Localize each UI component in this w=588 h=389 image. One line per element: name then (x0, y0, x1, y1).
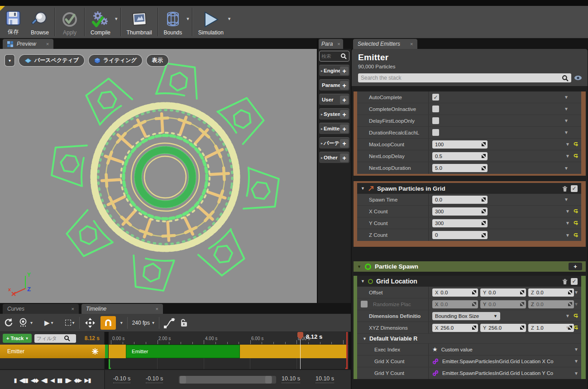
tab-timeline[interactable]: Timeline × (81, 304, 163, 314)
close-icon[interactable]: × (72, 306, 74, 312)
stack-search-box[interactable] (358, 73, 571, 82)
chevron-down-icon[interactable]: ▼ (564, 95, 569, 100)
track-filter-input[interactable] (37, 336, 64, 341)
playback-options-button[interactable]: ▶▾ (44, 319, 53, 327)
collapse-icon[interactable]: ▼ (361, 279, 365, 283)
default-variable-subheader[interactable]: ▼ Default Variable R (357, 334, 581, 344)
add-track-button[interactable]: + Track▾ (3, 334, 32, 343)
simulation-button[interactable]: Simulation (194, 6, 228, 38)
spawn-grid-header[interactable]: ▼ Spawn Particles in Grid (357, 183, 581, 194)
fps-dropdown[interactable]: 240 fps▾ (132, 320, 154, 326)
chevron-down-icon[interactable]: ▼ (564, 130, 569, 135)
eye-icon[interactable] (574, 75, 582, 81)
param-category-other[interactable]: ▸Other+ (319, 152, 349, 163)
revert-icon[interactable] (574, 313, 578, 318)
chevron-down-icon[interactable]: ▼ (564, 106, 569, 111)
step-back-frame-button[interactable]: ◀▮▮ (19, 377, 28, 384)
drag-handle-icon[interactable] (568, 290, 572, 294)
revert-icon[interactable] (574, 325, 578, 330)
browse-button[interactable]: Browse (26, 6, 53, 38)
view-start-value[interactable]: -0.10 s (113, 375, 130, 383)
close-icon[interactable]: × (46, 41, 49, 47)
nextloopdelay-field[interactable]: 0.5 (432, 152, 488, 160)
ycount-field[interactable]: 300 (432, 219, 488, 227)
grid-y-count-link[interactable]: Emitter.SpawnParticlesInGrid.Grid Locati… (442, 370, 553, 376)
chevron-down-icon[interactable]: ▼ (565, 221, 570, 226)
goto-front-button[interactable]: ▮ (14, 377, 16, 384)
chevron-down-icon[interactable]: ▼ (574, 359, 578, 364)
collapse-icon[interactable]: ▼ (363, 336, 367, 341)
scrollbar-handle[interactable] (182, 376, 272, 384)
collapse-icon[interactable]: ▼ (361, 186, 365, 191)
view-range-scrollbar[interactable] (179, 376, 276, 384)
pause-button[interactable]: ▮▮ (57, 377, 62, 384)
next-key-button[interactable]: ◆▶ (74, 377, 81, 384)
drag-handle-icon[interactable] (520, 326, 524, 330)
snap-dropdown-caret[interactable]: ▾ (120, 320, 123, 325)
collapse-icon[interactable]: ▼ (357, 264, 361, 269)
param-category-user[interactable]: User+ (319, 94, 349, 105)
add-icon[interactable]: + (340, 110, 349, 119)
chevron-down-icon[interactable]: ▼ (565, 142, 570, 147)
expander-icon[interactable]: ▸ (321, 112, 323, 116)
exec-index-value[interactable]: Custom value (441, 347, 473, 352)
show-button[interactable]: 表示 (146, 54, 169, 67)
drag-handle-icon[interactable] (472, 326, 476, 330)
stack-search-input[interactable] (361, 75, 562, 81)
chevron-down-icon[interactable]: ▼ (574, 290, 578, 295)
emitter-track-row[interactable]: Emitter (0, 345, 105, 358)
compile-dropdown-caret[interactable]: ▾ (115, 16, 120, 28)
viewport-menu-button[interactable]: ▾ (5, 54, 15, 67)
parameters-search-input[interactable] (321, 53, 339, 59)
revert-icon[interactable] (574, 221, 578, 226)
chevron-down-icon[interactable]: ▼ (564, 197, 569, 202)
offset-x-field[interactable]: X0.0 (432, 288, 478, 297)
close-icon[interactable]: × (156, 306, 158, 312)
particle-spawn-header[interactable]: ▼ Particle Spawn + (354, 261, 586, 272)
add-icon[interactable]: + (340, 139, 349, 148)
expander-icon[interactable]: ▸ (321, 127, 323, 131)
curve-editor-icon[interactable] (164, 317, 176, 328)
apply-button[interactable]: Apply (56, 6, 83, 38)
autocomplete-checkbox[interactable] (432, 94, 439, 101)
close-icon[interactable]: × (410, 41, 413, 47)
range-start-value[interactable]: -0.10 s (146, 375, 163, 383)
tab-parameters[interactable]: Para × (319, 39, 343, 49)
durationrecalc-checkbox[interactable] (432, 129, 439, 136)
scrollbar-left-cap[interactable] (180, 376, 186, 384)
chevron-down-icon[interactable]: ▼ (574, 347, 578, 352)
tab-preview[interactable]: Preview × (3, 39, 53, 49)
chevron-down-icon[interactable]: ▼ (564, 166, 569, 171)
add-icon[interactable]: + (340, 125, 349, 133)
parameters-search[interactable] (319, 51, 349, 62)
thumbnail-button[interactable]: Thumbnail (122, 6, 157, 38)
nextloopduration-field[interactable]: 5.0 (432, 164, 488, 172)
param-category-particle[interactable]: ▸パーティ+ (319, 137, 349, 149)
xyz-x-field[interactable]: X256.0 (432, 324, 478, 332)
range-start-bracket[interactable] (109, 359, 111, 369)
compile-button[interactable]: Compile (86, 6, 115, 38)
param-category-emitter[interactable]: ▸Emitter+ (319, 123, 349, 134)
chevron-down-icon[interactable]: ▼ (565, 313, 570, 318)
emitter-clip[interactable]: Emitter (126, 345, 240, 358)
chevron-down-icon[interactable]: ▼ (565, 209, 570, 214)
range-end-bracket[interactable] (345, 358, 348, 369)
range-end-bracket[interactable] (345, 332, 348, 358)
chevron-down-icon[interactable]: ▼ (574, 371, 578, 376)
offset-y-field[interactable]: Y0.0 (480, 288, 526, 297)
view-end-value[interactable]: 10.10 s (316, 375, 334, 383)
drag-handle-icon[interactable] (482, 209, 486, 213)
focus-playhead-icon[interactable] (84, 317, 96, 329)
param-category-parameter[interactable]: Paramet+ (319, 79, 349, 91)
bounds-dropdown-caret[interactable]: ▾ (186, 16, 191, 28)
completeoninactive-checkbox[interactable] (432, 106, 439, 112)
spawntime-field[interactable]: 0.0 (432, 196, 488, 204)
revert-icon[interactable] (574, 142, 578, 147)
xcount-field[interactable]: 300 (432, 207, 488, 216)
drag-handle-icon[interactable] (482, 233, 486, 237)
param-category-engine[interactable]: ▸Engine+ (319, 65, 349, 76)
add-icon[interactable]: + (340, 81, 349, 90)
trash-icon[interactable] (562, 279, 568, 284)
expander-icon[interactable]: ▸ (321, 141, 323, 145)
preview-viewport[interactable]: ▾ パースペクティブ ライティング 表示 Y (0, 49, 317, 303)
